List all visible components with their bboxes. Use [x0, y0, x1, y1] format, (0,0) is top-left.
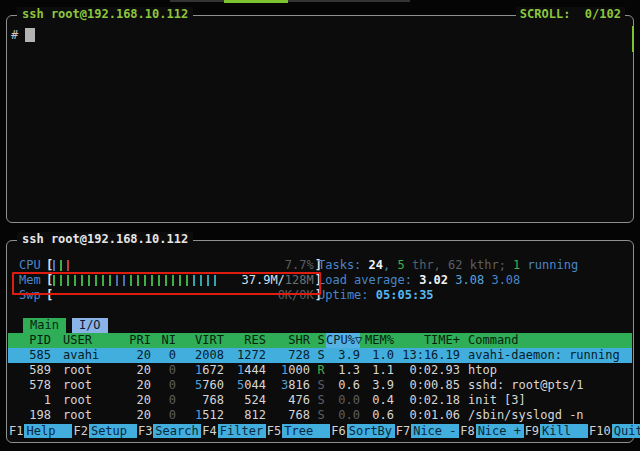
cell-ni: 0	[151, 348, 176, 363]
fkey-number: F6	[330, 424, 346, 438]
cell-shr: 476	[266, 393, 310, 408]
table-row[interactable]: 589root200167214441000R1.31.10:02.93htop	[8, 363, 632, 378]
fkey-filter[interactable]: F4Filter	[201, 424, 265, 438]
table-row[interactable]: 198root2001512812768S0.00.60:01.06/sbin/…	[8, 408, 632, 423]
value-leading-digit: 1	[195, 408, 202, 422]
column-header-s[interactable]: S	[316, 333, 326, 348]
cell-pri: 20	[121, 408, 151, 423]
stat-segment: 3.02	[419, 273, 455, 287]
cell-user: root	[63, 393, 121, 408]
tab-i-o[interactable]: I/O	[72, 318, 108, 333]
cpu-percent: 7.7%	[285, 258, 314, 272]
table-row[interactable]: 1root200768524476S0.00.40:02.18init [3]	[8, 393, 632, 408]
table-row[interactable]: 585avahi20020081272728S3.91.013:16.19ava…	[8, 348, 632, 363]
column-header-cpu[interactable]: CPU%▽	[326, 333, 360, 348]
tab-main[interactable]: Main	[23, 318, 66, 333]
pane-border-accent	[632, 26, 634, 52]
cell-shr: 3816	[266, 378, 310, 393]
cell-res: 812	[224, 408, 266, 423]
fkey-setup[interactable]: F2Setup	[72, 424, 136, 438]
terminal-pane-bottom[interactable]: ssh root@192.168.10.112 CPU[7.7%]Mem[37.…	[6, 240, 634, 443]
meter-value: 7.7%	[285, 258, 314, 273]
meter-bar	[88, 275, 90, 286]
column-header-cmd[interactable]: Command	[468, 333, 632, 348]
stat-segment: 05:05:35	[376, 288, 434, 302]
fkey-tree[interactable]: F5Tree	[266, 424, 330, 438]
fkey-number: F10	[588, 424, 612, 438]
meter-bar	[193, 275, 195, 286]
fkey-search[interactable]: F3Search	[137, 424, 201, 438]
swap-meter: Swp[0K/0K]	[19, 288, 322, 303]
fkey-number: F3	[137, 424, 153, 438]
fkey-label: Filter	[218, 424, 266, 438]
cell-cmd: avahi-daemon: running	[468, 348, 632, 363]
screen-top-shadow	[170, 0, 410, 2]
cell-time: 0:02.18	[394, 393, 460, 408]
cell-res: 1272	[224, 348, 266, 363]
cell-time: 0:02.93	[394, 363, 460, 378]
cell-cmd: init [3]	[468, 393, 632, 408]
fkey-help[interactable]: F1Help	[8, 424, 72, 438]
cell-pid: 1	[8, 393, 51, 408]
cell-mem: 0.6	[360, 408, 394, 423]
meter-bar	[109, 275, 111, 286]
cell-virt: 2008	[176, 348, 224, 363]
fkey-sortby[interactable]: F6SortBy	[330, 424, 394, 438]
meter-bar	[151, 275, 153, 286]
meter-bar	[95, 275, 97, 286]
fkey-number: F2	[72, 424, 88, 438]
load-average-line: Load average: 3.02 3.08 3.08	[318, 273, 578, 288]
meter-bar	[144, 275, 146, 286]
value-leading-digit: 1	[237, 363, 244, 377]
meter-bar	[60, 260, 62, 271]
meter-value: 37.9M/128M	[242, 273, 314, 288]
table-row[interactable]: 578root200576050443816S0.63.90:00.85sshd…	[8, 378, 632, 393]
stat-segment: running	[520, 258, 578, 272]
fkey-number: F9	[524, 424, 540, 438]
value-leading-digit: 1	[281, 363, 288, 377]
cell-pri: 20	[121, 378, 151, 393]
meter-bar	[186, 275, 188, 286]
meter-bar	[158, 275, 160, 286]
column-header-ni[interactable]: NI	[151, 333, 176, 348]
column-header-pid[interactable]: PID	[8, 333, 51, 348]
table-header-row: PIDUSERPRINIVIRTRESSHRSCPU%▽MEM%TIME+Com…	[8, 333, 632, 348]
cpu-meter: CPU[7.7%]	[19, 258, 322, 273]
column-header-time[interactable]: TIME+	[394, 333, 460, 348]
htop-meters: CPU[7.7%]Mem[37.9M/128M]Swp[0K/0K]	[19, 258, 322, 303]
tasks-line: Tasks: 24, 5 thr, 62 kthr; 1 running	[318, 258, 578, 273]
fkey-quit[interactable]: F10Quit	[588, 424, 640, 438]
cell-user: root	[63, 363, 121, 378]
htop-app: CPU[7.7%]Mem[37.9M/128M]Swp[0K/0K] Tasks…	[7, 241, 633, 442]
stat-segment: Load average:	[318, 273, 419, 287]
cell-s: R	[316, 363, 326, 378]
fkey-number: F8	[459, 424, 475, 438]
column-header-virt[interactable]: VIRT	[176, 333, 224, 348]
fkey-nice-[interactable]: F7Nice -	[395, 424, 459, 438]
cell-user: avahi	[63, 348, 121, 363]
mem-total-value: 128M	[285, 273, 314, 287]
fkey-nice-[interactable]: F8Nice +	[459, 424, 523, 438]
meter-bar	[137, 275, 139, 286]
meter-bar	[123, 275, 125, 286]
column-header-pri[interactable]: PRI	[121, 333, 151, 348]
fkey-label: Setup	[89, 424, 137, 438]
column-header-res[interactable]: RES	[224, 333, 266, 348]
stat-segment: Uptime:	[318, 288, 376, 302]
fkey-label: Kill	[540, 424, 588, 438]
terminal-pane-top[interactable]: ssh root@192.168.10.112 SCROLL: 0/102 #	[6, 15, 634, 223]
column-header-mem[interactable]: MEM%	[360, 333, 394, 348]
mem-meter: Mem[37.9M/128M]	[19, 273, 322, 288]
htop-stats: Tasks: 24, 5 thr, 62 kthr; 1 runningLoad…	[318, 258, 578, 303]
cell-pri: 20	[121, 363, 151, 378]
meter-open-bracket: [	[46, 258, 53, 273]
value-leading-digit: 1	[195, 363, 202, 377]
column-header-shr[interactable]: SHR	[266, 333, 310, 348]
stat-segment: 62 kthr	[448, 258, 499, 272]
cell-mem: 1.1	[360, 363, 394, 378]
column-header-user[interactable]: USER	[63, 333, 121, 348]
fkey-kill[interactable]: F9Kill	[524, 424, 588, 438]
fkey-number: F1	[8, 424, 24, 438]
stat-segment: ,	[383, 258, 397, 272]
fkey-label: Search	[153, 424, 201, 438]
